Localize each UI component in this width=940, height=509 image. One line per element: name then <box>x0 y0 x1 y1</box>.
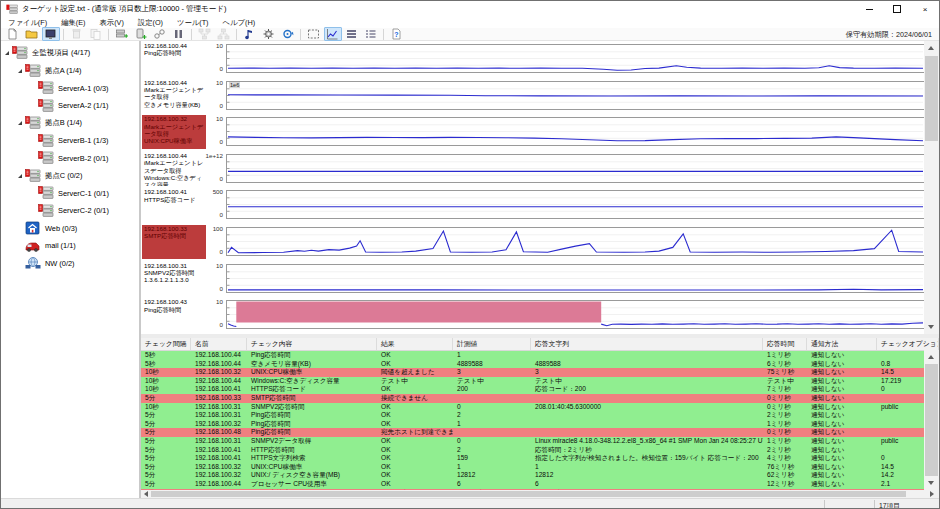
flow2-button[interactable] <box>215 27 233 41</box>
table-row-15[interactable]: 5分192.168.100.44プロセッサー CPU使用率OK6612ミリ秒通知… <box>141 480 939 489</box>
y-axis-min-label: 0 <box>194 102 223 109</box>
cell-response: 応答コード：200 <box>531 385 763 394</box>
copy-button[interactable] <box>87 27 105 41</box>
scroll-down-icon[interactable] <box>928 325 934 329</box>
server-icon <box>12 46 28 60</box>
scrollbar-track[interactable] <box>141 490 939 498</box>
pause-button[interactable] <box>170 27 188 41</box>
scrollbar-track[interactable] <box>924 350 939 490</box>
tree-item-mail[interactable]: mail (1/1) <box>18 238 76 254</box>
add-device-icon <box>134 28 147 40</box>
cell-notify: 通知しない <box>807 385 877 394</box>
refresh-gear-button[interactable] <box>279 27 297 41</box>
table-row-1[interactable]: 5秒192.168.100.44空きメモリ容量(KB)OK48895884889… <box>141 360 939 369</box>
chart-row-192.168.100.44[interactable]: 192.168.100.44iMarkエージェントレスデータ取得Windows:… <box>141 151 925 188</box>
select-area-button[interactable] <box>305 27 323 41</box>
tree-item-NW[interactable]: NW (0/2) <box>18 255 75 271</box>
column-header-response[interactable]: 応答文字列 <box>531 338 763 350</box>
table-row-2[interactable]: 10秒192.168.100.32UNIX:CPU稼働率閾値を超えました3375… <box>141 368 939 377</box>
list-view-button[interactable] <box>343 27 361 41</box>
scroll-down-icon[interactable] <box>928 481 934 485</box>
server-icon <box>25 169 41 183</box>
table-row-6[interactable]: 10秒192.168.100.31SNMPV2応答時間OK0208.01:40:… <box>141 403 939 412</box>
tree-item-ServerC-2[interactable]: ServerC-2 (0/1) <box>31 203 109 219</box>
tree-item-Web[interactable]: Web (0/3) <box>18 220 77 236</box>
cell-name: 192.168.100.31 <box>191 403 247 412</box>
table-row-12[interactable]: 5分192.168.100.41HTTPS文字列検索OK159指定した文字列が検… <box>141 454 939 463</box>
column-header-notify[interactable]: 通知方法 <box>807 338 877 350</box>
graph-view-icon <box>326 28 339 40</box>
column-header-opt2[interactable]: チェックオプション2 <box>877 338 939 350</box>
settings-gear-button[interactable] <box>260 27 278 41</box>
column-header-value[interactable]: 計測値 <box>453 338 531 350</box>
scroll-up-icon[interactable] <box>928 46 934 50</box>
table-row-9[interactable]: 5分192.168.100.48Ping応答時間宛先ホストに到達できません0ミリ… <box>141 428 939 437</box>
column-header-result[interactable]: 結果 <box>377 338 453 350</box>
column-header-time[interactable]: 応答時間 <box>763 338 807 350</box>
chart-row-192.168.100.31[interactable]: 192.168.100.31SNMPV2応答時間1.3.6.1.2.1.1.3.… <box>141 261 925 298</box>
execute-button[interactable] <box>241 27 259 41</box>
chart-row-192.168.100.33[interactable]: 192.168.100.33SMTP応答時間1000 <box>141 224 925 261</box>
tree-item-ServerC-1[interactable]: ServerC-1 (0/1) <box>31 185 109 201</box>
add-target-button[interactable] <box>113 27 131 41</box>
y-axis-min-label: 0 <box>194 211 223 218</box>
add-target-icon <box>115 28 128 40</box>
chart-row-192.168.100.32[interactable]: 192.168.100.32iMarkエージェントデータ取得UNIX:CPU稼働… <box>141 114 925 151</box>
table-row-13[interactable]: 5分192.168.100.32UNIX:CPU稼働率OK1176ミリ秒通知しな… <box>141 463 939 472</box>
cell-result: OK <box>377 446 453 455</box>
table-row-7[interactable]: 5分192.168.100.31Ping応答時間OK22ミリ秒通知しない <box>141 411 939 420</box>
new-file-button[interactable] <box>4 27 22 41</box>
graph-view-button[interactable] <box>324 27 342 41</box>
flow-button[interactable] <box>196 27 214 41</box>
open-folder-button[interactable] <box>23 27 41 41</box>
expand-arrow-icon[interactable] <box>18 121 22 125</box>
cell-time: 75ミリ秒 <box>763 368 807 377</box>
chart-plot <box>226 264 925 293</box>
tree-item-拠点C[interactable]: 拠点C (0/2) <box>18 168 82 184</box>
expand-arrow-icon[interactable] <box>18 69 22 73</box>
cell-name: 192.168.100.44 <box>191 351 247 360</box>
scrollbar-thumb[interactable] <box>925 364 938 476</box>
table-row-11[interactable]: 5分192.168.100.41HTTP応答時間OK2応答時間：2ミリ秒2ミリ秒… <box>141 446 939 455</box>
help-button[interactable]: ? <box>388 27 406 41</box>
scrollbar-track[interactable] <box>924 41 939 334</box>
expand-arrow-icon[interactable] <box>5 51 9 55</box>
maximize-button[interactable] <box>883 1 911 17</box>
tree-item-拠点B[interactable]: 拠点B (1/4) <box>18 115 82 131</box>
monitor-view-button[interactable] <box>42 27 60 41</box>
table-row-14[interactable]: 5分192.168.100.32UNIX:/ ディスク空き容量(MB)OK128… <box>141 471 939 480</box>
tree-item-全監視項目[interactable]: 全監視項目 (4/17) <box>5 45 90 61</box>
delete-button[interactable] <box>68 27 86 41</box>
chart-row-192.168.100.41[interactable]: 192.168.100.41HTTPS応答コード5000 <box>141 187 925 224</box>
tree-item-ServerA-2[interactable]: ServerA-2 (1/1) <box>31 98 109 114</box>
tree-item-ServerA-1[interactable]: ServerA-1 (0/3) <box>31 80 109 96</box>
scrollbar-thumb[interactable] <box>151 491 906 497</box>
tree-item-ServerB-1[interactable]: ServerB-1 (1/3) <box>31 133 109 149</box>
table-row-3[interactable]: 10秒192.168.100.44Windows:C:空きディスク容量テスト中テ… <box>141 377 939 386</box>
cell-check: HTTP応答時間 <box>247 446 377 455</box>
scrollbar-thumb[interactable] <box>925 56 938 141</box>
minimize-button[interactable] <box>855 1 883 17</box>
tree-item-ServerB-2[interactable]: ServerB-2 (0/1) <box>31 150 109 166</box>
table-row-0[interactable]: 5秒192.168.100.44Ping応答時間OK11ミリ秒通知しない <box>141 351 939 360</box>
add-device-button[interactable] <box>132 27 150 41</box>
detail-view-button[interactable] <box>362 27 380 41</box>
expand-arrow-icon[interactable] <box>18 174 22 178</box>
scroll-right-icon[interactable] <box>930 491 934 497</box>
scroll-up-icon[interactable] <box>928 355 934 359</box>
chart-row-192.168.100.44[interactable]: 192.168.100.44iMarkエージェントデータ取得空きメモリ容量(KB… <box>141 78 925 115</box>
scroll-left-icon[interactable] <box>144 491 148 497</box>
link-button[interactable] <box>151 27 169 41</box>
chart-row-192.168.100.44[interactable]: 192.168.100.44Ping応答時間100 <box>141 41 925 78</box>
column-header-name[interactable]: 名前 <box>191 338 247 350</box>
close-button[interactable]: × <box>911 1 939 17</box>
table-row-5[interactable]: 5分192.168.100.33SMTP応答時間接続できません0ミリ秒通知しない <box>141 394 939 403</box>
chart-row-192.168.100.43[interactable]: 192.168.100.43Ping応答時間100 <box>141 297 925 334</box>
column-header-check[interactable]: チェック内容 <box>247 338 377 350</box>
column-header-interval[interactable]: チェック間隔 <box>141 338 191 350</box>
table-row-10[interactable]: 5分192.168.100.31SNMPV2データ取得OK0Linux mira… <box>141 437 939 446</box>
table-row-4[interactable]: 10秒192.168.100.41HTTPS応答コードOK200応答コード：20… <box>141 385 939 394</box>
cell-interval: 5分 <box>141 446 191 455</box>
table-row-8[interactable]: 5分192.168.100.32Ping応答時間OK11ミリ秒通知しない <box>141 420 939 429</box>
tree-item-拠点A[interactable]: 拠点A (1/4) <box>18 63 82 79</box>
